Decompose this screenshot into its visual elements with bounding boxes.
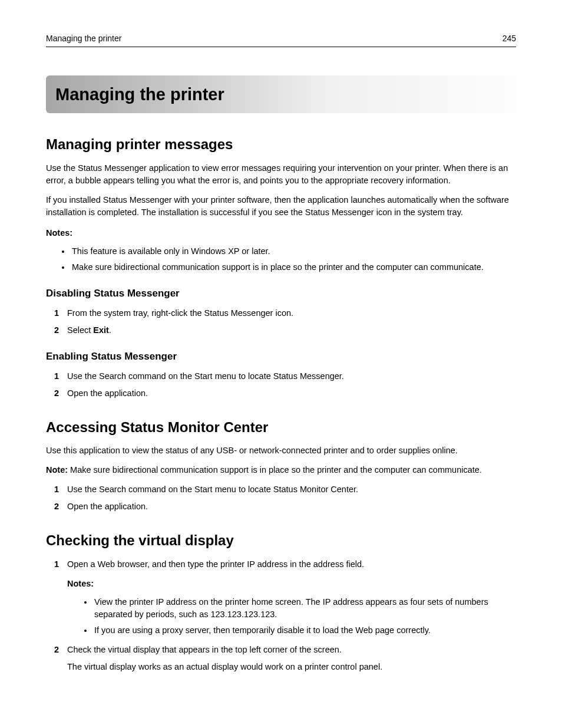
subsection-heading-enable: Enabling Status Messenger	[46, 350, 516, 364]
subsection-heading-disable: Disabling Status Messenger	[46, 286, 516, 301]
notes-label: Notes:	[67, 578, 516, 590]
steps-list: From the system tray, right‑click the St…	[46, 307, 516, 337]
notes-list: View the printer IP address on the print…	[67, 596, 516, 637]
list-item: Make sure bidirectional communication su…	[71, 261, 516, 274]
section-heading-monitor: Accessing Status Monitor Center	[46, 417, 516, 438]
step-item: Open the application.	[54, 500, 516, 513]
running-header: Managing the printer 245	[46, 32, 516, 47]
page-number: 245	[503, 32, 516, 44]
notes-list: This feature is available only in Window…	[46, 245, 516, 274]
section-heading-messages: Managing printer messages	[46, 134, 516, 155]
step-item: Open a Web browser, and then type the pr…	[54, 558, 516, 637]
step-item: Select Exit.	[54, 324, 516, 337]
steps-list: Use the Search command on the Start menu…	[46, 370, 516, 400]
list-item: This feature is available only in Window…	[71, 245, 516, 258]
step-item: Use the Search command on the Start menu…	[54, 370, 516, 383]
section-heading-virtual: Checking the virtual display	[46, 531, 516, 551]
paragraph: Use this application to view the status …	[46, 444, 516, 457]
step-item: Use the Search command on the Start menu…	[54, 483, 516, 496]
notes-label: Notes:	[46, 227, 516, 239]
paragraph: Use the Status Messenger application to …	[46, 162, 516, 187]
step-item: Check the virtual display that appears i…	[54, 644, 516, 673]
list-item: View the printer IP address on the print…	[93, 596, 516, 621]
step-item: From the system tray, right‑click the St…	[54, 307, 516, 319]
list-item: If you are using a proxy server, then te…	[93, 624, 516, 637]
steps-list: Open a Web browser, and then type the pr…	[46, 558, 516, 673]
steps-list: Use the Search command on the Start menu…	[46, 483, 516, 513]
running-title: Managing the printer	[46, 32, 121, 44]
paragraph: If you installed Status Messenger with y…	[46, 194, 516, 219]
step-item: Open the application.	[54, 387, 516, 400]
page-title: Managing the printer	[46, 75, 516, 113]
paragraph: Note: Make sure bidirectional communicat…	[46, 464, 516, 476]
paragraph: The virtual display works as an actual d…	[67, 661, 516, 673]
